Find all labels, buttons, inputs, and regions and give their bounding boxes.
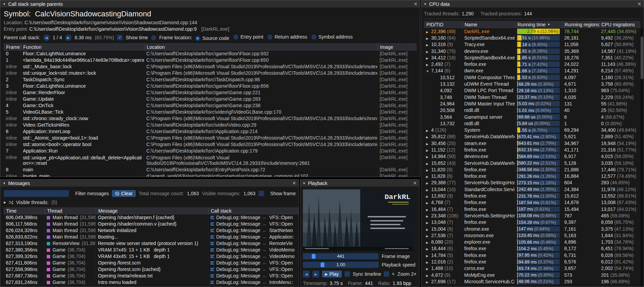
message-callstack[interactable]: DebugLog::Message←VFS::Open (208, 266, 298, 273)
close-icon[interactable]: ✕ (292, 181, 296, 186)
cpu-row[interactable]: 3,564GameInput server69.68 us (0.00%)64 … (424, 114, 640, 120)
cpu-row[interactable]: ▶30,456 (25)steam.exe643.61 ms (2.79%)34… (424, 140, 640, 146)
close-icon[interactable]: ✕ (413, 181, 417, 186)
next-parent-button[interactable]: ▶ (65, 34, 72, 41)
expand-arrow-icon[interactable]: ▶ (426, 267, 431, 271)
callstack-row[interactable]: 5VideoGLBase::TickC:\Users\wolf\Desktop\… (4, 109, 416, 115)
message-row[interactable]: 606,117,568nsMain thread(31,596)Opening … (4, 221, 298, 227)
cpu-row[interactable]: ▶10,316 (9)Tracy.exe2.18 s (9.45%)11,058… (424, 41, 640, 48)
cpu-row[interactable]: ▶8,080 (20)explorer.exe105.66 ms (0.46%)… (424, 239, 640, 245)
message-row[interactable]: 627,558,996nsGame(36,704)Opening /forest… (4, 266, 298, 273)
cpu-row[interactable]: ▶22,396 (49)DarkRL.exe2.79 s (12.06%)78,… (424, 28, 640, 34)
message-callstack[interactable]: DebugLog::Message←RemoteVie (208, 240, 298, 247)
message-row[interactable]: 627,687,736nsGame(36,704)Opening /meta/r… (4, 273, 298, 279)
callstack-row[interactable]: inlinestd::atomic<bool>::operator boolC:… (4, 141, 416, 148)
expand-arrow-icon[interactable]: ▶ (426, 195, 431, 198)
close-icon[interactable]: ✕ (414, 1, 418, 6)
expand-arrow-icon[interactable]: ▶ (426, 142, 431, 146)
message-row[interactable]: 626,024,328nsMain thread(31,596)Network … (4, 227, 298, 234)
cpu-row[interactable]: ▶14,784 (5)firefox.exe97.95 ms (0.42%)6,… (424, 252, 640, 258)
show-time-checkbox[interactable] (117, 35, 122, 40)
sync-timeline-checkbox[interactable] (345, 271, 350, 277)
expand-arrow-icon[interactable]: ▶ (426, 254, 431, 258)
message-callstack[interactable]: DebugLog::Message←VideoMemo (208, 253, 298, 260)
cpu-row[interactable]: ▶16,464 (7)firefox.exe187 ms (0.81%)15,4… (424, 206, 640, 212)
expand-arrow-icon[interactable]: ▶ (426, 201, 431, 205)
cpu-row[interactable]: 20,508ntdll.dll1.01 ms (0.00%)4025 (62.5… (424, 107, 640, 114)
expand-arrow-icon[interactable]: ▶ (426, 234, 431, 238)
cpu-row[interactable]: ▶31,340 (75)devenv.exe1.91 s (8.26%)35,3… (424, 48, 640, 54)
callstack-row[interactable]: 7Application::RunC:\Users\wolf\Desktop\d… (4, 148, 416, 154)
message-callstack[interactable]: DebugLog::Message←VFS::Open (208, 214, 298, 221)
cpu-row[interactable]: ▶13,044 (10)StandardCollector.Servic242.… (424, 186, 640, 192)
cpu-row[interactable]: 13,732ntdll.dll5.84 us (0.00%)10 (0.00%) (424, 120, 640, 127)
expand-arrow-icon[interactable]: ▶ (426, 247, 431, 251)
expand-arrow-icon[interactable]: ▶ (426, 57, 431, 60)
callstack-row[interactable]: inlineGame::RenderFloorC:\Users\wolf\Des… (4, 89, 416, 96)
message-filter-input[interactable] (4, 190, 69, 197)
expand-arrow-icon[interactable]: ▶ (426, 155, 431, 159)
callstack-row[interactable]: inlineinvoke_maind:\agent\_work\63\s\src… (4, 173, 416, 177)
cpu-row[interactable]: ▶27,696 (17)Microsoft.ServiceHub.Co48.06… (424, 278, 640, 285)
column-pid-tid[interactable]: PID/TID (424, 21, 463, 28)
expand-arrow-icon[interactable]: ▶ (426, 221, 431, 225)
cpu-row[interactable]: ▶34,412 (18)ScriptedSandbox64.exe1.85 s … (424, 54, 640, 61)
expand-arrow-icon[interactable]: ▶ (426, 63, 431, 67)
vertical-scrollbar[interactable] (640, 28, 644, 287)
cpu-row[interactable]: ▶15,652 (43)ServiceHub.DataWarehou580.22… (424, 160, 640, 166)
collapse-arrow-icon[interactable]: ▼ (424, 2, 427, 6)
callstack-row[interactable]: 2TaskDispatch::SyncC:\Users\wolf\Desktop… (4, 76, 416, 83)
expand-arrow-icon[interactable]: ▶ (426, 149, 431, 152)
cpu-row[interactable]: ▶4,768 (7)firefox.exe187.54 ms (0.81%)14… (424, 199, 640, 206)
radio-source-code[interactable]: Source code (195, 35, 229, 41)
column-name[interactable]: Name (463, 21, 515, 28)
expand-arrow-icon[interactable]: ▶ (426, 208, 431, 212)
expand-arrow-icon[interactable]: ▶ (426, 162, 431, 166)
message-row[interactable]: 627,380,356nsGame(36,704)VRAM 37x45: 13 … (4, 247, 298, 253)
cpu-row[interactable]: ▶1,488 (10)csrss.exe83.74 ms (0.36%)3,65… (424, 265, 640, 272)
callstack-row[interactable]: 0Floor::CalcLightNoLuminanceC:\Users\wol… (4, 51, 416, 57)
cpu-row[interactable]: ▶12,692 (9)firefox.exe231.76 ms (1.00%)1… (424, 192, 640, 199)
callstack-row[interactable]: 8mainC:\Users\wolf\Desktop\darkrl\src\En… (4, 167, 416, 173)
radio-entry-point[interactable]: Entry point (233, 34, 263, 40)
cpu-row[interactable]: ▶13,048 (7)firefox.exe154.28 ms (0.67%)9… (424, 219, 640, 226)
clear-button[interactable]: Clear (112, 190, 135, 197)
zoom-checkbox[interactable] (384, 271, 389, 277)
cpu-row[interactable]: 13,132uDWM Event Thread68.29 ms (0.30%)4… (424, 81, 640, 87)
callstack-row[interactable]: inlinestd::unique_ptr<Application,std::d… (4, 154, 416, 167)
cpu-row[interactable]: ▼7,144 (8)dwm.exe1.66 s (7.18%)14,2918,2… (424, 68, 640, 74)
cpu-row[interactable]: ▶4,872 (9)MsMpEng.exe70.22 ms (0.30%)573… (424, 272, 640, 278)
cpu-row[interactable]: ▶2,492 (7)firefox.exe1.71 s (7.42%)24,02… (424, 61, 640, 67)
callstack-row[interactable]: inlinestd::_Atomic_storage<bool,1>::load… (4, 135, 416, 141)
callstack-row[interactable]: inlineGame::UpdateC:\Users\wolf\Desktop\… (4, 96, 416, 102)
expand-arrow-icon[interactable]: ▶ (426, 129, 431, 132)
callstack-row[interactable]: 6Application::InnerLoopC:\Users\wolf\Des… (4, 128, 416, 135)
message-row[interactable]: 627,399,326nsGame(36,704)VRAM 43x45: 15 … (4, 253, 298, 260)
column-running-time[interactable]: Running time▼ (515, 21, 562, 28)
column-running-regions[interactable]: Running regions (562, 21, 599, 28)
frame-image-slider[interactable]: 441 (303, 253, 379, 259)
cpu-row[interactable]: ▶11,820 (9)firefox.exe346.58 ms (1.50%)2… (424, 166, 640, 173)
message-callstack[interactable]: DebugLog::Message←VFS::Open (208, 260, 298, 266)
cpu-row[interactable]: ▶4 (126)System1.55 s (6.70%)69,29434,400… (424, 127, 640, 133)
expand-arrow-icon[interactable]: ▶ (426, 188, 431, 192)
cpu-row[interactable]: 3,748DWM Token Thread23.37 ms (0.10%)4,0… (424, 94, 640, 100)
expand-arrow-icon[interactable]: ▼ (426, 70, 431, 73)
playback-speed-slider[interactable]: 1.00 (303, 262, 379, 268)
callstack-row[interactable]: 1<lambda_84a19dc444fae966ca174e83e708bdc… (4, 57, 416, 63)
callstack-row[interactable]: inlinestd::_Mutex_base::lockC:\Program F… (4, 63, 416, 70)
column-cpu-migrations[interactable]: CPU migrations (599, 21, 640, 28)
collapse-arrow-icon[interactable]: ▼ (3, 2, 6, 6)
callstack-row[interactable]: 4Game::OnTickC:\Users\wolf\Desktop\darkr… (4, 102, 416, 109)
collapse-arrow-icon[interactable]: ▼ (303, 182, 306, 185)
close-icon[interactable]: ✕ (638, 1, 641, 6)
expand-arrow-icon[interactable]: ▶ (426, 274, 431, 277)
expand-arrow-icon[interactable]: ▶ (426, 241, 431, 244)
prev-frame-button[interactable]: ◀ (303, 271, 310, 277)
expand-arrow-icon[interactable]: ▶ (426, 175, 431, 178)
cpu-row[interactable]: 4,092DWM LPC Port Thread29.16 ms (0.13%)… (424, 87, 640, 94)
cpu-row[interactable]: ▶29,388 (77)ServiceHub.SettingsHost273.1… (424, 180, 640, 186)
next-frame-button[interactable]: ▶ (312, 271, 319, 277)
message-callstack[interactable]: DebugLog::Message←VFS::Open (208, 221, 298, 227)
callstack-row[interactable]: inlineVideo::GetTicksHiResC:\Users\wolf\… (4, 122, 416, 128)
